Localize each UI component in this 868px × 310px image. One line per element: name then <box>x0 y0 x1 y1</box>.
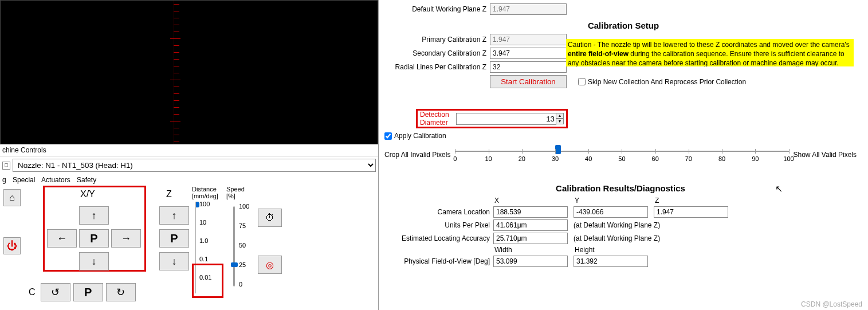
speed-slider[interactable]: 100 75 50 25 0 <box>233 202 255 293</box>
camera-y-input[interactable] <box>574 206 648 218</box>
results-header: Calibration Results/Diagnostics <box>384 183 857 193</box>
speed-thumb[interactable] <box>231 262 238 267</box>
secondary-z-label: Secondary Calibration Z <box>384 49 490 57</box>
home-button[interactable]: ⌂ <box>3 189 21 206</box>
apply-calibration-checkbox[interactable] <box>384 132 392 140</box>
jog-y-minus-button[interactable]: ↓ <box>79 252 109 270</box>
upp-label: Units Per Pixel <box>384 221 493 229</box>
calibration-setup-header: Calibration Setup <box>384 21 862 30</box>
speed-unit: [%] <box>226 193 255 199</box>
skip-collection-checkbox[interactable] <box>578 78 586 85</box>
jog-x-minus-button[interactable]: ← <box>47 229 77 248</box>
jog-z-minus-button[interactable]: ↓ <box>159 252 189 270</box>
fov-width-input[interactable] <box>493 256 568 267</box>
distance-header: Distance <box>192 186 223 193</box>
acc-input[interactable] <box>493 233 568 244</box>
machine-controls-label: chine Controls <box>0 144 378 156</box>
col-x: X <box>493 197 574 205</box>
radial-label: Radial Lines Per Calibration Z <box>384 63 490 71</box>
distance-unit: [mm/deg] <box>192 193 223 199</box>
target-button[interactable]: ◎ <box>258 256 282 274</box>
secondary-z-input[interactable] <box>490 48 567 59</box>
primary-z-input <box>490 34 567 45</box>
park-icon: ⏱ <box>265 213 274 223</box>
crop-slider-thumb[interactable] <box>555 145 561 154</box>
jog-c-ccw-button[interactable]: ↺ <box>41 283 70 301</box>
start-calibration-button[interactable]: Start Calibration <box>490 75 567 88</box>
crop-right-label: Show All Valid Pixels <box>794 151 857 159</box>
camera-location-label: Camera Location <box>384 208 493 216</box>
fov-label: Physical Field-of-View [Deg] <box>384 257 493 265</box>
nozzle-toggle-button[interactable]: □ <box>2 162 10 170</box>
tab-actuators[interactable]: Actuators <box>41 176 70 184</box>
jog-c-cw-button[interactable]: ↻ <box>106 283 136 301</box>
jog-c-position-button[interactable]: P <box>73 283 103 301</box>
apply-calibration-label: Apply Calibration <box>394 132 446 140</box>
camera-x-input[interactable] <box>493 206 568 218</box>
detection-diameter-input[interactable] <box>456 113 556 125</box>
speed-header: Speed <box>226 186 255 193</box>
power-button[interactable]: ⏻ <box>3 237 21 254</box>
jog-z-position-button[interactable]: P <box>159 229 189 248</box>
upp-input[interactable] <box>493 219 568 231</box>
upp-note: (at Default Working Plane Z) <box>574 221 660 229</box>
camera-z-input[interactable] <box>654 206 728 218</box>
spin-down-button[interactable]: ▼ <box>556 119 564 124</box>
tab-g[interactable]: g <box>2 176 6 184</box>
jog-x-plus-button[interactable]: → <box>111 229 141 248</box>
camera-view <box>0 0 378 144</box>
col-width: Width <box>493 246 574 254</box>
detection-diameter-label: Detection Diameter <box>420 111 456 127</box>
default-z-input <box>490 3 567 15</box>
jog-xy-position-button[interactable]: P <box>79 229 109 248</box>
mouse-cursor-icon: ↖ <box>775 183 783 194</box>
jog-y-plus-button[interactable]: ↑ <box>79 206 109 225</box>
col-height: Height <box>574 246 654 254</box>
col-y: Y <box>574 197 654 205</box>
crop-slider[interactable]: 0 10 20 30 40 50 60 70 80 90 100 <box>455 146 788 163</box>
watermark: CSDN @LostSpeed <box>801 300 862 308</box>
tab-special[interactable]: Special <box>13 176 35 184</box>
detection-diameter-box: Detection Diameter ▲▼ <box>416 109 568 128</box>
c-label: C <box>29 287 36 297</box>
crop-left-label: Crop All Invalid Pixels <box>384 151 450 159</box>
jog-z-plus-button[interactable]: ↑ <box>159 206 189 225</box>
park-button[interactable]: ⏱ <box>258 209 282 227</box>
default-z-label: Default Working Plane Z <box>384 5 490 13</box>
distance-highlight-box <box>192 264 223 298</box>
skip-collection-label: Skip New Collection And Reprocess Prior … <box>588 78 746 86</box>
col-z: Z <box>654 197 734 205</box>
primary-z-label: Primary Calibration Z <box>384 36 490 44</box>
target-icon: ◎ <box>266 260 274 270</box>
nozzle-select[interactable]: Nozzle: N1 - NT1_503 (Head: H1) <box>13 159 376 172</box>
tab-row: g Special Actuators Safety <box>0 174 378 186</box>
tab-safety[interactable]: Safety <box>77 176 96 184</box>
acc-note: (at Default Working Plane Z) <box>574 234 660 242</box>
fov-height-input[interactable] <box>574 256 648 267</box>
z-label: Z <box>166 189 172 199</box>
radial-input[interactable] <box>490 61 567 73</box>
spin-up-button[interactable]: ▲ <box>556 113 564 119</box>
caution-box: Caution - The nozzle tip will be lowered… <box>566 39 854 66</box>
acc-label: Estimated Locating Accuracy <box>384 234 493 242</box>
